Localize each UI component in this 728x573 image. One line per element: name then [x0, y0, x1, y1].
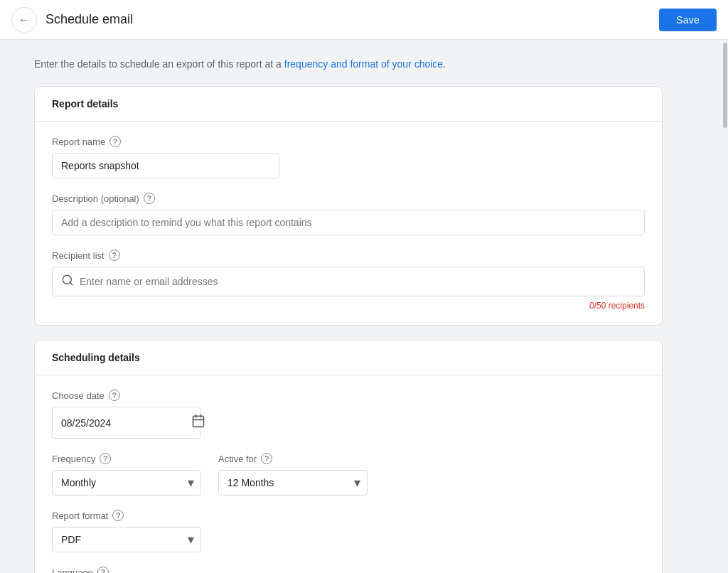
description-label: Description (optional) ?: [52, 193, 645, 204]
frequency-label: Frequency ?: [52, 453, 201, 464]
frequency-select[interactable]: Daily Weekly Monthly Quarterly: [52, 470, 201, 496]
calendar-icon: [191, 414, 205, 432]
active-for-label: Active for ?: [218, 453, 368, 464]
header: ← Schedule email Save: [0, 0, 728, 40]
description-group: Description (optional) ?: [52, 193, 645, 235]
search-icon: [61, 274, 74, 289]
report-format-select-wrapper: PDF CSV Excel ▾: [52, 527, 201, 552]
report-format-label-text: Report format: [52, 510, 108, 521]
recipient-list-group: Recipient list ? 0/50 recipients: [52, 250, 645, 311]
language-label: Language ?: [52, 567, 645, 573]
recipients-count: 0/50 recipients: [52, 301, 645, 311]
svg-line-1: [70, 282, 72, 284]
description-label-text: Description (optional): [52, 193, 139, 204]
scheduling-details-title: Scheduling details: [52, 352, 140, 363]
date-input[interactable]: [61, 417, 186, 429]
scrollbar-thumb: [723, 43, 727, 128]
report-format-label: Report format ?: [52, 510, 645, 521]
scheduling-details-card: Scheduling details Choose date ?: [34, 340, 663, 573]
info-text: Enter the details to schedule an export …: [34, 57, 663, 72]
recipient-help-icon[interactable]: ?: [109, 250, 120, 261]
active-for-select[interactable]: 3 Months 6 Months 12 Months 24 Months In…: [218, 470, 368, 496]
frequency-group: Frequency ? Daily Weekly Monthly Quarter…: [52, 453, 201, 496]
report-format-help-icon[interactable]: ?: [112, 510, 124, 521]
report-name-group: Report name ?: [52, 136, 645, 178]
info-text-after: .: [443, 58, 446, 70]
header-left: ← Schedule email: [11, 7, 133, 33]
active-for-select-wrapper: 3 Months 6 Months 12 Months 24 Months In…: [218, 470, 368, 496]
language-group: Language ?: [52, 567, 645, 573]
report-name-label-text: Report name: [52, 136, 105, 147]
report-details-header: Report details: [35, 87, 662, 122]
report-name-input[interactable]: [52, 153, 279, 178]
recipient-input-wrapper[interactable]: [52, 267, 645, 296]
report-details-card: Report details Report name ? Description…: [34, 86, 663, 326]
save-button[interactable]: Save: [659, 9, 717, 31]
active-for-group: Active for ? 3 Months 6 Months 12 Months…: [218, 453, 368, 496]
frequency-select-wrapper: Daily Weekly Monthly Quarterly ▾: [52, 470, 201, 496]
frequency-label-text: Frequency: [52, 454, 95, 464]
description-help-icon[interactable]: ?: [144, 193, 155, 204]
back-button[interactable]: ←: [11, 7, 37, 33]
frequency-help-icon[interactable]: ?: [100, 453, 111, 464]
frequency-activfor-row: Frequency ? Daily Weekly Monthly Quarter…: [52, 453, 645, 496]
scheduling-details-header: Scheduling details: [35, 341, 662, 375]
report-name-help-icon[interactable]: ?: [109, 136, 121, 147]
active-for-label-text: Active for: [218, 454, 257, 464]
description-input[interactable]: [52, 210, 645, 235]
recipient-label: Recipient list ?: [52, 250, 645, 261]
svg-rect-2: [193, 416, 204, 427]
report-format-select[interactable]: PDF CSV Excel: [52, 527, 201, 552]
date-label: Choose date ?: [52, 390, 645, 401]
active-for-help-icon[interactable]: ?: [261, 453, 272, 464]
language-help-icon[interactable]: ?: [97, 567, 109, 573]
recipient-label-text: Recipient list: [52, 250, 105, 261]
info-link-text[interactable]: frequency and format of your choice: [284, 58, 443, 70]
language-label-text: Language: [52, 567, 93, 574]
recipient-input[interactable]: [80, 276, 636, 287]
report-details-body: Report name ? Description (optional) ? R…: [35, 122, 662, 325]
scrollbar[interactable]: [722, 40, 728, 573]
page-title: Schedule email: [46, 12, 133, 27]
report-details-title: Report details: [52, 98, 118, 109]
back-arrow-icon: ←: [18, 14, 30, 26]
date-help-icon[interactable]: ?: [109, 390, 120, 401]
report-format-group: Report format ? PDF CSV Excel ▾: [52, 510, 645, 552]
scheduling-details-body: Choose date ?: [35, 375, 662, 573]
date-label-text: Choose date: [52, 390, 105, 401]
date-input-wrapper[interactable]: [52, 407, 201, 439]
info-text-before: Enter the details to schedule an export …: [34, 58, 284, 70]
main-content: Enter the details to schedule an export …: [0, 40, 697, 573]
date-group: Choose date ?: [52, 390, 645, 439]
report-name-label: Report name ?: [52, 136, 645, 147]
